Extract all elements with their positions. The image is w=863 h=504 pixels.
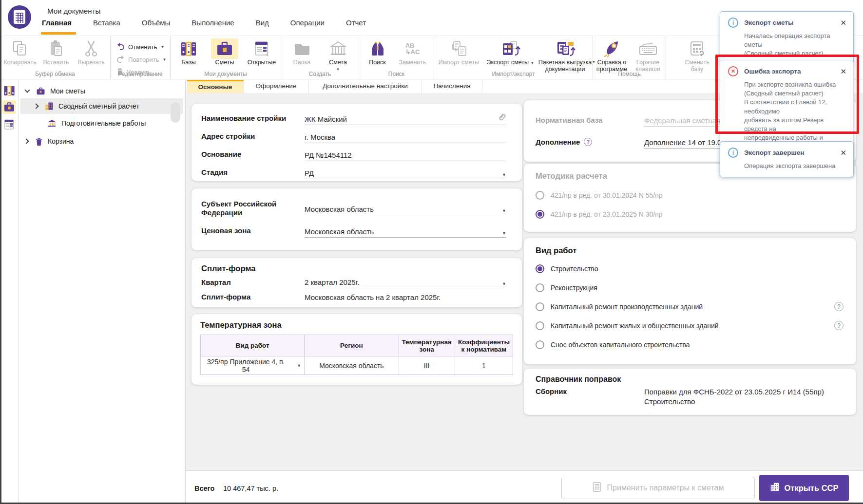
close-icon[interactable]: ✕ (840, 149, 846, 156)
temperature-zone-heading: Температурная зона (200, 320, 513, 330)
basis-field[interactable]: РД №1454112 (305, 148, 506, 161)
form-row: Основание РД №1454112 (201, 145, 506, 163)
help-icon[interactable]: ? (834, 321, 844, 330)
change-database-button[interactable]: Сменить базу (676, 38, 718, 73)
toolbar-group-import-export: Импорт сметы Экспорт сметы ▼ Пакетная вы… (434, 36, 593, 79)
help-icon[interactable]: ? (584, 138, 592, 146)
calculator-icon (689, 38, 706, 59)
undo-button[interactable]: Отменить ▼ (116, 41, 164, 53)
column-header: Коэффициенты к нормативам (455, 335, 513, 356)
rail-estimates-icon[interactable] (2, 100, 16, 114)
radio-icon[interactable] (536, 264, 544, 273)
estimates-button[interactable]: Сметы (206, 38, 244, 66)
apply-parameters-button[interactable]: Применить параметры к сметам (561, 477, 755, 499)
rail-bases-icon[interactable] (2, 84, 16, 97)
search-button[interactable]: Поиск (362, 38, 394, 66)
work-type-option[interactable]: Реконструкция (536, 278, 844, 297)
tree-item-preparatory-works[interactable]: Подготовительные работы (47, 117, 146, 130)
redo-button[interactable]: Повторить ▼ (116, 54, 166, 65)
toolbar-group-create: Папка Смета ▼ Создать (281, 36, 359, 79)
menu-tab-insert[interactable]: Вставка (93, 19, 120, 27)
paste-button[interactable]: Вставить (38, 38, 74, 66)
region-select[interactable]: Московская область ▼ (305, 202, 506, 215)
paperclip-icon[interactable] (499, 112, 506, 123)
radio-icon[interactable] (536, 321, 544, 330)
cut-button[interactable]: Вырезать (74, 38, 109, 66)
radio-icon[interactable] (536, 283, 544, 292)
chevron-down-icon[interactable]: ▼ (502, 208, 506, 213)
chevron-right-icon[interactable] (23, 138, 29, 144)
menu-tab-report[interactable]: Отчет (346, 19, 366, 27)
menu-tab-view[interactable]: Вид (256, 19, 269, 27)
close-icon[interactable]: ✕ (840, 19, 846, 26)
work-type-option[interactable]: Строительство (536, 259, 844, 278)
tree-item-summary-estimate[interactable]: Сводный сметный расчет (34, 100, 139, 112)
chevron-down-icon[interactable]: ▼ (502, 231, 506, 236)
help-icon[interactable]: ? (834, 302, 844, 311)
chevron-down-icon[interactable]: ▼ (297, 363, 301, 368)
toast-title: Экспорт завершен (744, 149, 804, 156)
undo-icon (116, 43, 125, 52)
chevron-down-icon[interactable]: ▼ (162, 57, 166, 62)
documents-tree: Мои сметы Сводный сметный расчет Подгото… (19, 80, 186, 504)
chevron-down-icon[interactable] (24, 87, 30, 93)
tree-item-my-estimates[interactable]: Мои сметы (25, 85, 85, 97)
new-estimate-button[interactable]: Смета ▼ (320, 38, 356, 72)
radio-icon[interactable] (536, 191, 544, 200)
stage-select[interactable]: РД ▼ (305, 166, 506, 179)
bases-button[interactable]: Базы (172, 38, 206, 66)
column-header: Регион (305, 335, 399, 356)
about-button[interactable]: Справка о программе (594, 38, 631, 73)
chevron-down-icon[interactable]: ▼ (531, 61, 535, 65)
bases-icon (180, 38, 197, 59)
menu-tab-main[interactable]: Главная (42, 19, 72, 27)
tree-item-trash[interactable]: Корзина (24, 135, 74, 148)
method-option[interactable]: 421/пр в ред. от 30.01.2024 N 55/пр (536, 186, 847, 205)
keyboard-icon (638, 38, 658, 59)
group-label-editing: Редактирование (111, 71, 170, 77)
work-type-option[interactable]: Капитальный ремонт жилых и общественных … (536, 316, 844, 335)
radio-icon[interactable] (536, 302, 544, 311)
batch-export-button[interactable]: Пакетная выгрузка документации▼ (538, 38, 593, 73)
rail-open-docs-icon[interactable] (2, 118, 16, 131)
construction-address-field[interactable]: г. Москва (305, 130, 506, 143)
open-ssr-button[interactable]: Открыть ССР (759, 475, 849, 501)
scissors-icon (83, 38, 99, 59)
chevron-down-icon[interactable]: ▼ (502, 172, 506, 177)
work-type-cell[interactable]: 325/пр Приложение 4, п. 54▼ (201, 356, 305, 375)
new-folder-button[interactable]: Папка (284, 38, 320, 66)
corrections-heading: Справочник поправок (536, 375, 847, 384)
menu-tab-execution[interactable]: Выполнение (192, 19, 234, 27)
chevron-right-icon[interactable] (33, 103, 38, 109)
radio-icon[interactable] (536, 210, 544, 219)
chevron-down-icon[interactable]: ▼ (502, 281, 506, 286)
radio-icon[interactable] (536, 340, 544, 349)
price-zone-select[interactable]: Московская область ▼ (305, 224, 506, 238)
menu-tab-operations[interactable]: Операции (290, 19, 325, 27)
form-row: Сплит-форма Московская область на 2 квар… (201, 290, 506, 304)
replace-button[interactable]: AB↳AC Заменить (394, 38, 432, 66)
close-icon[interactable]: ✕ (840, 68, 846, 75)
tab-appearance[interactable]: Оформление (244, 80, 309, 93)
group-label-import-export: Импорт/экспорт (434, 71, 593, 77)
work-type-option[interactable]: Снос объектов капитального строительства (536, 335, 844, 354)
field-label: Сборник (536, 387, 644, 395)
chevron-down-icon[interactable]: ▼ (160, 45, 164, 49)
region-card: Субъект Российской Федерации Московская … (192, 188, 522, 250)
tab-main-settings[interactable]: Основные (187, 80, 244, 93)
construction-name-field[interactable]: ЖК Майский (305, 112, 506, 125)
opened-button[interactable]: Открытые (244, 38, 280, 66)
method-option[interactable]: 421/пр в ред. от 23.01.2025 N 30/пр (536, 205, 847, 224)
export-estimate-button[interactable]: Экспорт сметы ▼ (483, 38, 538, 66)
column-header: Температурная зона (399, 335, 455, 356)
building-icon (770, 482, 780, 494)
import-estimate-button[interactable]: Импорт сметы (435, 38, 483, 66)
tab-accruals[interactable]: Начисления (422, 80, 482, 93)
work-type-option[interactable]: Капитальный ремонт производственных здан… (536, 297, 844, 316)
tree-scrollbar-thumb[interactable] (171, 102, 180, 123)
hotkeys-button[interactable]: Горячие клавиши (631, 38, 666, 73)
quarter-select[interactable]: 2 квартал 2025г. ▼ (305, 277, 506, 288)
tab-additional-settings[interactable]: Дополнительные настройки (309, 80, 422, 93)
menu-tab-volumes[interactable]: Объёмы (142, 19, 171, 27)
copy-button[interactable]: Копировать (1, 38, 38, 66)
